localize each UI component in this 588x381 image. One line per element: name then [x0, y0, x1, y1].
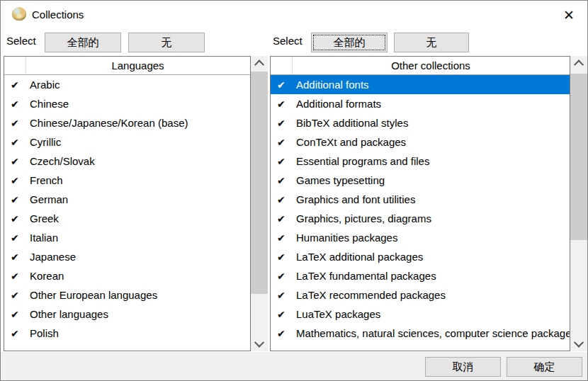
titlebar: Collections ✕ — [1, 1, 587, 29]
language-item[interactable]: ✔ Cyrillic — [4, 132, 250, 152]
collection-item-label: Humanities packages — [296, 232, 397, 244]
collection-item-label: LaTeX additional packages — [296, 251, 423, 263]
language-item-label: Polish — [30, 327, 59, 339]
scroll-up-button[interactable] — [251, 56, 268, 72]
languages-header[interactable]: Languages — [4, 57, 250, 75]
check-icon: ✔ — [277, 156, 296, 167]
language-item[interactable]: ✔ Chinese — [4, 94, 250, 113]
languages-list: ✔ Arabic ✔ Chinese ✔ Chinese/Japanese/Ko… — [4, 75, 250, 351]
collection-item[interactable]: ✔ LaTeX recommended packages — [271, 285, 570, 305]
check-icon: ✔ — [11, 175, 30, 186]
select-all-button-left[interactable]: 全部的 — [45, 33, 121, 52]
check-icon: ✔ — [11, 271, 30, 282]
collection-item-label: ConTeXt and packages — [296, 136, 406, 148]
collection-item[interactable]: ✔ ConTeXt and packages — [271, 132, 570, 152]
check-icon: ✔ — [277, 194, 296, 205]
collection-item-label: Graphics, pictures, diagrams — [296, 212, 431, 224]
language-item-label: Chinese/Japanese/Korean (base) — [30, 117, 188, 129]
collections-scrollbar[interactable] — [570, 56, 587, 351]
collection-item-label: BibTeX additional styles — [296, 117, 408, 129]
select-none-button-right[interactable]: 无 — [394, 33, 469, 52]
collections-header[interactable]: Other collections — [271, 57, 570, 75]
check-icon: ✔ — [277, 118, 296, 129]
collection-item-label: LuaTeX packages — [296, 308, 380, 320]
chevron-down-icon — [574, 338, 584, 348]
language-item[interactable]: ✔ Other languages — [4, 305, 250, 324]
collection-item-label: Additional formats — [296, 98, 381, 110]
close-button[interactable]: ✕ — [555, 4, 583, 26]
check-icon: ✔ — [11, 232, 30, 244]
collection-item[interactable]: ✔ Essential programs and files — [271, 152, 570, 171]
collection-item[interactable]: ✔ Graphics and font utilities — [271, 190, 570, 209]
language-item[interactable]: ✔ Korean — [4, 266, 250, 285]
check-icon: ✔ — [11, 290, 30, 301]
check-icon: ✔ — [277, 175, 296, 186]
check-icon: ✔ — [11, 328, 30, 339]
language-item[interactable]: ✔ Czech/Slovak — [4, 152, 250, 171]
collections-panel: Other collections ✔ Additional fonts ✔ A… — [270, 56, 570, 351]
collection-item-label: LaTeX recommended packages — [296, 289, 446, 301]
window-title: Collections — [32, 1, 84, 29]
texlive-lion-icon — [12, 7, 26, 21]
collection-item[interactable]: ✔ Additional formats — [271, 94, 570, 113]
chevron-up-icon — [254, 59, 264, 69]
check-icon: ✔ — [277, 251, 296, 263]
collection-item[interactable]: ✔ LaTeX fundamental packages — [271, 266, 570, 285]
collection-item-label: Essential programs and files — [296, 155, 429, 167]
check-icon: ✔ — [11, 194, 30, 205]
language-item-label: Other European languages — [30, 289, 157, 301]
chevron-up-icon — [574, 59, 584, 69]
check-icon: ✔ — [11, 213, 30, 224]
languages-panel: Languages ✔ Arabic ✔ Chinese ✔ Chinese/J… — [4, 56, 251, 351]
language-item-label: Korean — [30, 270, 64, 282]
collection-item[interactable]: ✔ LuaTeX packages — [271, 305, 570, 324]
collection-item[interactable]: ✔ Graphics, pictures, diagrams — [271, 209, 570, 228]
check-icon: ✔ — [11, 79, 30, 91]
collections-dialog: Collections ✕ Select 全部的 无 Select 全部的 无 … — [0, 0, 588, 381]
languages-scrollbar[interactable] — [251, 56, 268, 351]
language-item[interactable]: ✔ Arabic — [4, 75, 250, 94]
scroll-thumb[interactable] — [251, 72, 268, 294]
check-icon: ✔ — [11, 118, 30, 129]
chevron-down-icon — [254, 338, 264, 348]
select-all-button-right[interactable]: 全部的 — [311, 33, 388, 52]
collection-item[interactable]: ✔ Mathematics, natural sciences, compute… — [271, 324, 570, 343]
scroll-down-button[interactable] — [570, 336, 587, 351]
language-item[interactable]: ✔ Japanese — [4, 247, 250, 266]
ok-button[interactable]: 确定 — [507, 357, 582, 377]
collection-item[interactable]: ✔ Humanities packages — [271, 228, 570, 247]
collection-item[interactable]: ✔ Games typesetting — [271, 171, 570, 190]
check-icon: ✔ — [277, 328, 296, 339]
scroll-thumb[interactable] — [570, 74, 587, 240]
language-item-label: Italian — [30, 232, 58, 244]
check-icon: ✔ — [11, 98, 30, 110]
check-icon: ✔ — [277, 290, 296, 301]
cancel-button[interactable]: 取消 — [425, 357, 501, 377]
select-none-button-left[interactable]: 无 — [128, 33, 205, 52]
language-item[interactable]: ✔ French — [4, 171, 250, 190]
collection-item[interactable]: ✔ BibTeX additional styles — [271, 113, 570, 132]
language-item-label: Greek — [30, 212, 59, 224]
scroll-up-button[interactable] — [570, 56, 587, 72]
collection-item-label: Additional fonts — [296, 79, 369, 91]
check-icon: ✔ — [277, 309, 296, 320]
collection-item[interactable]: ✔ Additional fonts — [271, 75, 570, 94]
check-icon: ✔ — [11, 137, 30, 148]
collection-item[interactable]: ✔ LaTeX additional packages — [271, 247, 570, 266]
check-icon: ✔ — [277, 271, 296, 282]
language-item[interactable]: ✔ Greek — [4, 209, 250, 228]
language-item[interactable]: ✔ Polish — [4, 324, 250, 343]
language-item-label: Cyrillic — [30, 136, 61, 148]
check-icon: ✔ — [11, 156, 30, 167]
scroll-down-button[interactable] — [251, 336, 268, 351]
language-item-label: Other languages — [30, 308, 108, 320]
check-icon: ✔ — [277, 79, 296, 91]
select-label-left: Select — [6, 35, 36, 47]
collection-item-label: Mathematics, natural sciences, computer … — [296, 327, 570, 339]
language-item[interactable]: ✔ Italian — [4, 228, 250, 247]
check-icon: ✔ — [277, 232, 296, 244]
language-item[interactable]: ✔ Other European languages — [4, 285, 250, 305]
language-item[interactable]: ✔ Chinese/Japanese/Korean (base) — [4, 113, 250, 132]
language-item[interactable]: ✔ German — [4, 190, 250, 209]
language-item-label: German — [30, 193, 68, 205]
